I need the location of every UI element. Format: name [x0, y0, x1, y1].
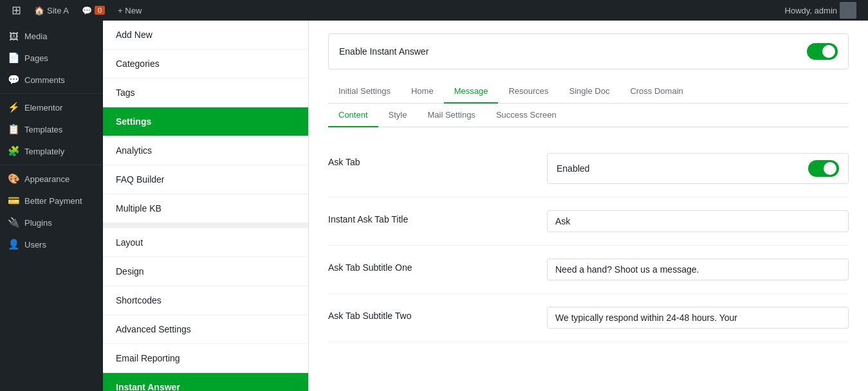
- tab-success-screen[interactable]: Success Screen: [486, 104, 567, 127]
- ask-tab-subtitle-one-control: [547, 259, 849, 280]
- site-name-item[interactable]: 🏠 Site A: [28, 0, 75, 21]
- tab-single-doc[interactable]: Single Doc: [559, 80, 620, 104]
- sub-sidebar-tags[interactable]: Tags: [103, 78, 308, 107]
- enable-instant-answer-label: Enable Instant Answer: [339, 46, 429, 57]
- tab-mail-settings[interactable]: Mail Settings: [417, 104, 485, 127]
- sidebar-item-appearance[interactable]: 🎨 Appearance: [0, 168, 103, 190]
- content-area: Enable Instant Answer Initial Settings H…: [309, 21, 868, 391]
- tab-message[interactable]: Message: [444, 80, 499, 104]
- media-icon: 🖼: [8, 31, 19, 42]
- sidebar-label-elementor: Elementor: [24, 103, 62, 113]
- sidebar-label-plugins: Plugins: [24, 218, 52, 228]
- templately-icon: 🧩: [8, 145, 19, 157]
- ask-tab-enabled-label: Enabled: [557, 163, 589, 174]
- tab-style[interactable]: Style: [378, 104, 418, 127]
- sidebar-item-templately[interactable]: 🧩 Templately: [0, 140, 103, 162]
- tab-resources[interactable]: Resources: [498, 80, 559, 104]
- sub-sidebar-analytics[interactable]: Analytics: [103, 136, 308, 165]
- categories-label: Categories: [116, 59, 160, 69]
- sidebar-label-better-payment: Better Payment: [24, 196, 82, 206]
- secondary-tabs: Content Style Mail Settings Success Scre…: [328, 104, 849, 127]
- wp-logo-icon: ⊞: [12, 3, 21, 17]
- sub-sidebar-layout[interactable]: Layout: [103, 228, 308, 257]
- ask-tab-subtitle-one-label: Ask Tab Subtitle One: [328, 259, 547, 273]
- enable-instant-answer-row: Enable Instant Answer: [328, 33, 849, 69]
- site-icon: 🏠: [34, 6, 44, 15]
- ask-tab-subtitle-two-row: Ask Tab Subtitle Two: [328, 294, 849, 342]
- add-new-label: Add New: [116, 30, 152, 40]
- advanced-settings-label: Advanced Settings: [116, 324, 191, 334]
- sub-sidebar-faq-builder[interactable]: FAQ Builder: [103, 165, 308, 194]
- sub-sidebar-shortcodes[interactable]: Shortcodes: [103, 286, 308, 315]
- sidebar-item-media[interactable]: 🖼 Media: [0, 26, 103, 47]
- faq-builder-label: FAQ Builder: [116, 174, 164, 185]
- sub-sidebar-instant-answer[interactable]: Instant Answer: [103, 373, 308, 391]
- ask-tab-subtitle-two-input[interactable]: [547, 307, 849, 329]
- multiple-kb-label: Multiple KB: [116, 203, 162, 214]
- tab-content[interactable]: Content: [328, 104, 378, 127]
- templates-icon: 📋: [8, 123, 19, 135]
- better-payment-icon: 💳: [8, 195, 19, 206]
- ask-tab-row: Ask Tab Enabled: [328, 140, 849, 197]
- tab-home[interactable]: Home: [401, 80, 444, 104]
- sidebar-item-comments[interactable]: 💬 Comments: [0, 69, 103, 91]
- sub-sidebar-add-new[interactable]: Add New: [103, 21, 308, 50]
- sidebar-item-elementor[interactable]: ⚡ Elementor: [0, 96, 103, 118]
- instant-answer-label: Instant Answer: [116, 382, 180, 391]
- sidebar-item-plugins[interactable]: 🔌 Plugins: [0, 212, 103, 233]
- pages-icon: 📄: [8, 52, 19, 64]
- sidebar-label-templately: Templately: [24, 147, 64, 156]
- sidebar-label-users: Users: [24, 240, 46, 250]
- tags-label: Tags: [116, 87, 135, 98]
- ask-tab-subtitle-two-control: [547, 307, 849, 329]
- layout-label: Layout: [116, 237, 143, 248]
- sub-sidebar-design[interactable]: Design: [103, 257, 308, 286]
- sub-sidebar: Add New Categories Tags Settings Analyti…: [103, 21, 309, 391]
- sidebar-separator: [0, 93, 103, 94]
- sub-sidebar-categories[interactable]: Categories: [103, 50, 308, 78]
- shortcodes-label: Shortcodes: [116, 295, 162, 305]
- comments-item[interactable]: 💬 0: [75, 0, 111, 21]
- wp-logo-item[interactable]: ⊞: [5, 0, 28, 21]
- sub-sidebar-email-reporting[interactable]: Email Reporting: [103, 344, 308, 373]
- analytics-label: Analytics: [116, 145, 152, 156]
- sub-sidebar-settings[interactable]: Settings: [103, 107, 308, 136]
- comment-icon: 💬: [82, 6, 92, 15]
- ask-tab-toggle-wrapper: Enabled: [547, 153, 849, 184]
- new-label: + New: [118, 6, 142, 15]
- sidebar-item-better-payment[interactable]: 💳 Better Payment: [0, 190, 103, 212]
- instant-ask-tab-title-input[interactable]: [547, 210, 849, 232]
- ask-tab-toggle[interactable]: [808, 160, 839, 177]
- sub-sidebar-advanced-settings[interactable]: Advanced Settings: [103, 315, 308, 344]
- instant-ask-tab-title-row: Instant Ask Tab Title: [328, 197, 849, 246]
- admin-bar: ⊞ 🏠 Site A 💬 0 + New Howdy, admin: [0, 0, 868, 21]
- sidebar-item-users[interactable]: 👤 Users: [0, 233, 103, 255]
- new-item[interactable]: + New: [111, 0, 148, 21]
- sidebar-label-pages: Pages: [24, 53, 48, 63]
- elementor-icon: ⚡: [8, 102, 19, 113]
- ask-tab-subtitle-two-label: Ask Tab Subtitle Two: [328, 307, 547, 321]
- plugins-icon: 🔌: [8, 217, 19, 228]
- ask-tab-control: Enabled: [547, 153, 849, 184]
- ask-tab-subtitle-one-row: Ask Tab Subtitle One: [328, 246, 849, 294]
- tab-cross-domain[interactable]: Cross Domain: [620, 80, 693, 104]
- sidebar-separator-2: [0, 165, 103, 165]
- email-reporting-label: Email Reporting: [116, 353, 180, 363]
- comment-count: 0: [95, 6, 105, 15]
- sub-sidebar-multiple-kb[interactable]: Multiple KB: [103, 194, 308, 223]
- appearance-icon: 🎨: [8, 173, 19, 185]
- settings-label: Settings: [116, 116, 151, 127]
- instant-ask-tab-title-control: [547, 210, 849, 232]
- avatar: [840, 2, 856, 19]
- toggle-slider: [807, 43, 838, 60]
- site-name: Site A: [47, 6, 69, 15]
- comments-icon: 💬: [8, 74, 19, 86]
- enable-instant-answer-toggle[interactable]: [807, 43, 838, 60]
- sidebar-item-pages[interactable]: 📄 Pages: [0, 47, 103, 69]
- main-content: Enable Instant Answer Initial Settings H…: [309, 21, 868, 391]
- tab-initial-settings[interactable]: Initial Settings: [328, 80, 401, 104]
- sidebar-label-media: Media: [24, 32, 47, 41]
- ask-tab-subtitle-one-input[interactable]: [547, 259, 849, 280]
- sidebar-item-templates[interactable]: 📋 Templates: [0, 118, 103, 140]
- sidebar: 🖼 Media 📄 Pages 💬 Comments ⚡ Elementor 📋…: [0, 21, 103, 391]
